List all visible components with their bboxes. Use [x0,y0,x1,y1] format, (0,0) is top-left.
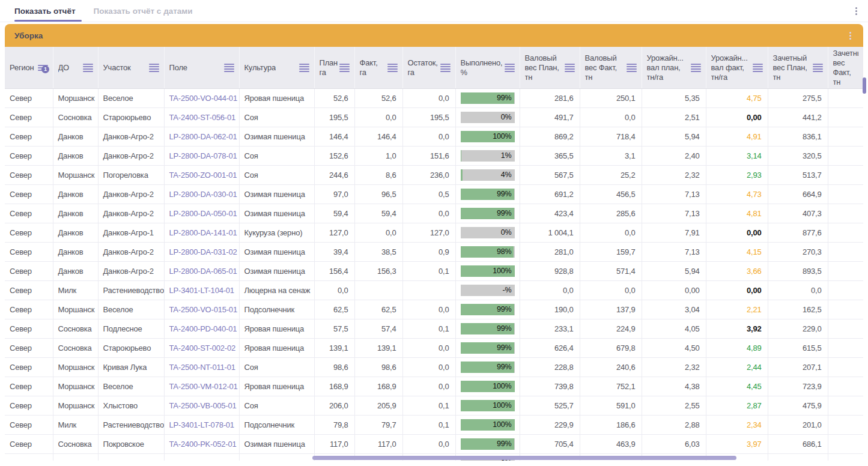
progress-bar: 99% [461,438,515,450]
table-body: СеверМоршанскВеселоеTA-2500-VO-044-01Яро… [5,89,863,461]
cell-subsidiary: Данков [53,127,98,147]
progress-label: 100% [493,131,511,142]
column-header-yield_plan[interactable]: Урожайн... вал план, тн/га [642,47,706,89]
cell-section: Староюрьево [98,108,164,127]
horizontal-scrollbar-thumb[interactable] [312,456,736,460]
column-header-crop[interactable]: Культура [239,47,314,89]
field-link[interactable]: TA-2500-VM-012-01 [164,377,239,396]
progress-label: 100% [493,381,511,392]
cell-subsidiary: Данков [53,204,98,223]
field-link[interactable]: TA-2400-ST-002-02 [164,339,239,358]
field-link[interactable]: LP-2800-DA-078-01 [164,147,239,166]
menu-icon[interactable] [440,63,451,73]
cell-yield_fact: 4,45 [706,377,768,396]
field-link[interactable]: TA-2500-ZO-001-01 [164,166,239,185]
cell-yield_fact: 4,81 [706,204,768,223]
cell-net_plan: 441,2 [768,108,828,127]
cell-net_plan: 664,9 [768,185,828,204]
field-link[interactable]: LP-2800-DA-031-02 [164,243,239,262]
menu-icon[interactable] [753,63,763,73]
field-link[interactable]: TA-2500-VO-044-01 [164,89,239,108]
field-link[interactable]: LP-2800-DA-065-01 [164,262,239,281]
column-header-gross_plan[interactable]: Валовый вес План, тн [520,47,580,89]
menu-icon[interactable] [387,63,398,73]
column-header-field[interactable]: Поле [164,47,239,89]
menu-icon[interactable] [149,63,159,73]
cell-yield_fact: 2,93 [706,166,768,185]
menu-icon[interactable] [565,63,575,73]
report-tabbar: Показать отчёт Показать отчёт с датами [0,0,868,22]
cell-gross_fact: 159,7 [580,243,642,262]
page-menu-kebab-icon[interactable] [851,6,861,16]
menu-icon[interactable] [813,63,823,73]
field-link[interactable]: TA-2500-VB-005-01 [164,396,239,416]
field-link[interactable]: LP-2800-DA-041-01 [164,454,239,461]
vertical-scrollbar-thumb[interactable] [863,77,866,94]
cell-net_plan: 836,1 [768,127,828,147]
field-link[interactable]: LP-3401-LT-078-01 [164,416,239,435]
cell-gross_fact: 0,0 [580,223,642,243]
column-header-gross_fact[interactable]: Валовый вес Факт, тн [580,47,642,89]
cell-done: 100% [455,377,520,396]
cell-gross_fact: 571,4 [580,262,642,281]
field-link[interactable]: LP-2800-DA-141-01 [164,223,239,243]
field-link[interactable]: TA-2500-VO-015-01 [164,300,239,319]
progress-fill [461,169,463,181]
cell-done: 100% [455,416,520,435]
field-link[interactable]: LP-2800-DA-030-01 [164,185,239,204]
menu-icon[interactable] [627,63,637,73]
progress-bar: 4% [461,169,515,181]
cell-fact_ha [354,281,402,300]
cell-crop: Озимая пшеница [239,185,314,204]
column-header-yield_fact[interactable]: Урожайн... вал факт, тн/га [706,47,768,89]
cell-gross_plan: 928,8 [520,262,580,281]
field-link[interactable]: LP-3401-LT-104-01 [164,281,239,300]
tab-show-report-with-dates[interactable]: Показать отчёт с датами [94,0,193,22]
cell-section: Покровское [98,435,164,454]
column-header-net_fact[interactable]: Зачетный вес Факт, тн [828,47,863,89]
cell-gross_plan: 869,2 [520,127,580,147]
menu-icon[interactable] [83,63,93,73]
column-header-rest_ha[interactable]: Остаток, га [402,47,455,89]
menu-icon[interactable] [339,63,350,73]
column-header-section[interactable]: Участок [98,47,164,89]
cell-done: 99% [455,358,520,377]
column-label: Валовый вес План, тн [525,53,563,82]
field-link[interactable]: TA-2400-ST-056-01 [164,108,239,127]
cell-region: Север [5,281,53,300]
tab-show-report[interactable]: Показать отчёт [14,0,76,22]
cell-yield_plan: 0,00 [642,281,706,300]
progress-bar: 0% [461,112,515,123]
column-header-subsidiary[interactable]: ДО [53,47,98,89]
cell-fact_ha: 8,6 [354,166,402,185]
table-row: СеверСосновкаПокровскоеTA-2400-PK-052-01… [5,435,863,454]
menu-icon[interactable] [691,63,701,73]
field-link[interactable]: TA-2400-PD-040-01 [164,319,239,339]
column-header-plan_ha[interactable]: План, га [314,47,354,89]
column-header-region[interactable]: Регион1 [5,47,53,89]
field-link[interactable]: TA-2400-PK-052-01 [164,435,239,454]
cell-net_plan: 893,5 [768,262,828,281]
cell-yield_plan: 5,94 [642,262,706,281]
panel-title: Уборка [14,31,43,40]
table-row: СеверМоршанскВеселоеTA-2500-VM-012-01Яро… [5,377,863,396]
cell-done: 100% [455,127,520,147]
cell-crop: Соя [239,358,314,377]
cell-yield_plan: 7,91 [642,223,706,243]
panel-menu-kebab-icon[interactable] [845,31,855,40]
cell-rest_ha: 0,1 [402,416,455,435]
field-link[interactable]: TA-2500-NT-011-01 [164,358,239,377]
column-header-net_plan[interactable]: Зачетный вес План, тн [768,47,828,89]
column-header-fact_ha[interactable]: Факт, га [354,47,402,89]
cell-gross_plan: 691,2 [520,185,580,204]
cell-crop: Озимая пшеница [239,435,314,454]
cell-plan_ha: 146,4 [314,127,354,147]
cell-crop: Соя [239,396,314,416]
field-link[interactable]: LP-2800-DA-050-01 [164,204,239,223]
column-header-done[interactable]: Выполнено, % [455,47,520,89]
cell-region: Север [5,319,53,339]
menu-icon[interactable] [299,63,309,73]
menu-icon[interactable] [224,63,234,73]
field-link[interactable]: LP-2800-DA-062-01 [164,127,239,147]
menu-icon[interactable] [505,63,515,73]
